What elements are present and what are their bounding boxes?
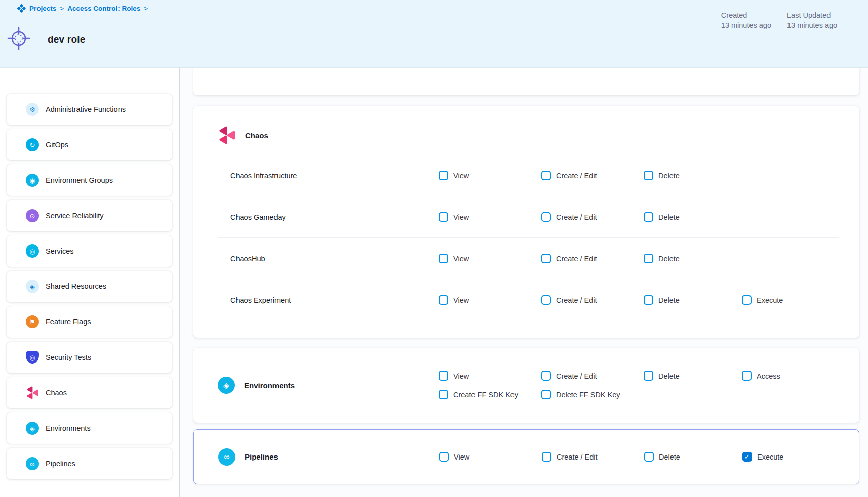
permission-lines: ViewCreate / EditDeleteAccessCreate FF S… [439,369,780,402]
permission-delete-ff-sdk-key[interactable]: Delete FF SDK Key [541,390,644,399]
create-edit-checkbox[interactable] [541,295,551,305]
delete-checkbox[interactable] [644,171,653,180]
security-tests-icon: ◎ [26,351,39,364]
sidebar-item-label: Environments [46,424,91,432]
sidebar-item-pipelines[interactable]: ∞Pipelines [7,448,172,479]
created-value: 13 minutes ago [721,21,771,29]
permission-access[interactable]: Access [742,371,780,381]
permission-create-edit[interactable]: Create / Edit [541,254,644,263]
sidebar-item-label: Shared Resources [46,282,106,291]
create-edit-checkbox[interactable] [541,212,551,222]
pipelines-card-header: ∞Pipelines [218,448,439,466]
feature-flags-icon: ⚑ [26,315,39,328]
permission-create-edit[interactable]: Create / Edit [541,171,644,180]
execute-checkbox[interactable] [742,295,752,305]
sidebar-item-label: Administrative Functions [46,105,126,113]
access-checkbox[interactable] [742,371,752,381]
view-checkbox[interactable] [439,295,448,305]
created-block: Created 13 minutes ago [721,11,771,29]
environment-groups-icon: ◉ [26,174,39,187]
breadcrumb-projects-link[interactable]: Projects [29,5,56,12]
card-title: Chaos [245,131,268,140]
sidebar-item-environments[interactable]: ◈Environments [7,412,172,444]
permission-create-edit[interactable]: Create / Edit [541,371,644,381]
create-edit-checkbox[interactable] [542,452,551,462]
view-checkbox[interactable] [439,371,448,381]
shared-resources-icon: ◈ [26,280,39,293]
permission-delete[interactable]: Delete [644,371,742,381]
sidebar-item-label: GitOps [46,141,68,149]
scrolled-card-partial [193,68,859,95]
breadcrumb-separator: > [60,5,64,12]
create-edit-checkbox[interactable] [541,371,551,381]
permission-label: View [454,453,469,461]
permission-label: View [453,213,469,221]
view-checkbox[interactable] [439,452,449,462]
sidebar-item-gitops[interactable]: ↻GitOps [7,129,172,160]
permission-create-edit[interactable]: Create / Edit [541,212,644,222]
meta-divider [779,11,779,34]
sidebar-item-label: Services [46,247,74,255]
permission-label: View [453,255,469,263]
page-title: dev role [48,34,85,45]
sidebar-item-label: Service Reliability [46,212,103,220]
sidebar-item-services[interactable]: ◎Services [7,235,172,267]
delete-checkbox[interactable] [644,371,653,381]
role-header: dev role [6,25,85,54]
create-edit-checkbox[interactable] [541,171,551,180]
permission-label: Create / Edit [556,296,597,304]
permission-create-ff-sdk-key[interactable]: Create FF SDK Key [439,390,541,399]
permission-view[interactable]: View [439,371,541,381]
view-checkbox[interactable] [439,171,448,180]
permission-delete[interactable]: Delete [644,171,742,180]
resource-sidebar: ⚙Administrative Functions↻GitOps◉Environ… [0,68,179,497]
permission-execute[interactable]: Execute [742,295,859,305]
delete-checkbox[interactable] [644,452,654,462]
sidebar-item-label: Pipelines [46,460,75,468]
permission-delete[interactable]: Delete [644,254,742,263]
last-updated-value: 13 minutes ago [787,21,868,29]
delete-checkbox[interactable] [644,295,653,305]
permission-view[interactable]: View [439,295,541,305]
permission-label: Create / Edit [556,213,597,221]
delete-checkbox[interactable] [644,254,653,263]
environments-icon: ◈ [26,422,39,435]
sidebar-item-security-tests[interactable]: ◎Security Tests [7,342,172,373]
permission-view[interactable]: View [439,254,541,263]
sidebar-item-administrative-functions[interactable]: ⚙Administrative Functions [7,94,172,125]
gitops-icon: ↻ [26,138,39,151]
sidebar-item-feature-flags[interactable]: ⚑Feature Flags [7,306,172,338]
permission-create-edit[interactable]: Create / Edit [541,295,644,305]
permission-delete[interactable]: Delete [644,212,742,222]
execute-checkbox[interactable] [742,452,752,462]
sidebar-item-environment-groups[interactable]: ◉Environment Groups [7,164,172,196]
chaos-icon [218,126,236,144]
permission-create-edit[interactable]: Create / Edit [542,452,644,462]
permission-view[interactable]: View [439,452,542,462]
permission-execute[interactable]: Execute [742,452,783,462]
permission-delete[interactable]: Delete [644,452,742,462]
permission-line: ViewCreate / EditDeleteAccess [439,369,780,383]
create-ff-sdk-key-checkbox[interactable] [439,390,448,399]
last-updated-label: Last Updated [787,11,868,19]
create-edit-checkbox[interactable] [541,254,551,263]
permission-label: Delete [658,213,680,221]
delete-checkbox[interactable] [644,212,653,222]
sidebar-item-service-reliability[interactable]: ⊙Service Reliability [7,200,172,231]
environments-icon: ◈ [218,377,235,394]
breadcrumb-roles-link[interactable]: Access Control: Roles [67,5,140,12]
sidebar-item-shared-resources[interactable]: ◈Shared Resources [7,271,172,302]
pipelines-icon: ∞ [26,457,39,470]
view-checkbox[interactable] [439,212,448,222]
permission-delete[interactable]: Delete [644,295,742,305]
role-target-icon [6,25,31,54]
permission-label: Create / Edit [556,172,597,180]
permission-view[interactable]: View [439,171,541,180]
view-checkbox[interactable] [439,254,448,263]
permission-rows: Chaos InfrastructureViewCreate / EditDel… [218,155,859,320]
sidebar-item-chaos[interactable]: Chaos [7,377,172,408]
delete-ff-sdk-key-checkbox[interactable] [541,390,551,399]
permission-line: ViewCreate / EditDeleteExecute [439,450,783,464]
permission-view[interactable]: View [439,212,541,222]
permission-label: Delete [658,296,680,304]
